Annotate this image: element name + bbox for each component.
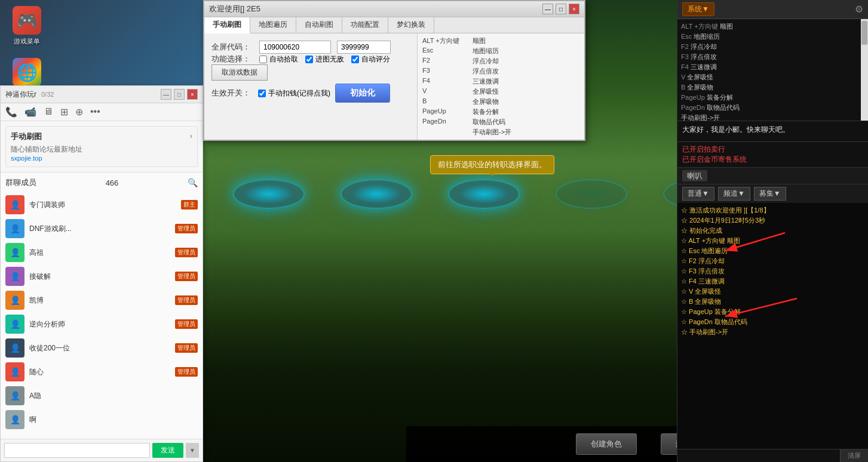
member-item-0[interactable]: 👤 专门调装师 群主	[5, 193, 198, 217]
tab-map-traverse[interactable]: 地图遍历	[250, 17, 296, 33]
video-icon[interactable]: 📹	[24, 106, 36, 118]
qq-title-left: 神逼你玩r 0/32	[5, 90, 54, 100]
sr7: B全屏吸物	[422, 97, 579, 107]
settings-icon[interactable]: ⚙	[855, 4, 863, 15]
checkbox-manual-hotkey[interactable]: 手动扣钱(记得点我)	[258, 88, 330, 98]
member-left-4: 👤 凯博	[5, 291, 44, 310]
qq-restore-btn[interactable]: □	[174, 89, 185, 100]
members-list: 👤 专门调装师 群主 👤 DNF游戏刷... 管理员 👤 高祖 管理员 👤 接破…	[5, 193, 198, 432]
log-line-12: ☆ 手动刷图->开	[680, 327, 866, 337]
icon-game[interactable]: 🎮 游戏菜单	[6, 6, 48, 46]
log-line-0: ☆ 激活成功欢迎使用 ][【1/8】	[680, 205, 866, 215]
system-btn[interactable]: 系统▼	[682, 2, 714, 16]
member-item-3[interactable]: 👤 接破解 管理员	[5, 264, 198, 288]
member-left-5: 👤 逆向分析师	[5, 315, 65, 334]
sc1: ALT +方向键 顺图	[680, 21, 866, 32]
whisper-label: 喇叭	[682, 170, 707, 181]
game-icon: 🎮	[13, 6, 41, 35]
tab-channel[interactable]: 频道▼	[718, 187, 750, 201]
tab-auto-farm[interactable]: 自动刷图	[296, 17, 342, 33]
member-avatar-4: 👤	[5, 291, 24, 310]
auto-pickup-checkbox[interactable]	[259, 56, 267, 63]
announce-link[interactable]: sxpojie.top	[11, 155, 192, 162]
member-item-1[interactable]: 👤 DNF游戏刷... 管理员	[5, 217, 198, 241]
member-role-7: 管理员	[175, 367, 198, 377]
init-btn[interactable]: 初始化	[335, 84, 390, 103]
member-left-8: 👤 A隐	[5, 386, 41, 405]
qq-send-arrow-btn[interactable]: ▼	[186, 443, 199, 458]
member-item-5[interactable]: 👤 逆向分析师 管理员	[5, 312, 198, 336]
checkbox-enter-map[interactable]: 进图无敌	[305, 54, 344, 64]
portal-3[interactable]	[448, 179, 520, 209]
sc6: V 全屏吸怪	[680, 72, 866, 82]
member-item-4[interactable]: 👤 凯博 管理员	[5, 288, 198, 312]
portal-2[interactable]	[341, 179, 412, 209]
checkbox-auto-pickup[interactable]: 自动拾取	[259, 54, 298, 64]
member-avatar-2: 👤	[5, 243, 24, 262]
shortcut-scrollbar[interactable]	[861, 19, 868, 121]
member-item-8[interactable]: 👤 A隐	[5, 384, 198, 408]
fetch-data-btn[interactable]: 取游戏数据	[211, 64, 268, 81]
screen-icon[interactable]: 🖥	[44, 106, 53, 118]
portal-1[interactable]	[233, 179, 305, 209]
member-name-1: DNF游戏刷...	[29, 224, 72, 234]
log-line-10: ☆ PageUp 装备分解	[680, 307, 866, 317]
qq-send-btn[interactable]: 发送	[152, 443, 183, 458]
member-item-7[interactable]: 👤 随心 管理员	[5, 360, 198, 384]
log-line-1: ☆ 2024年1月9日12时5分3秒	[680, 215, 866, 226]
member-name-0: 专门调装师	[29, 200, 65, 210]
checkbox-auto-score[interactable]: 自动评分	[351, 54, 390, 64]
qq-send-input[interactable]	[4, 443, 150, 458]
clear-btn[interactable]: 清屏	[840, 449, 868, 462]
members-count: 466	[106, 178, 119, 187]
sc4: F3 浮点倍攻	[680, 52, 866, 62]
member-name-6: 收徒200一位	[29, 343, 70, 353]
more-icon[interactable]: •••	[90, 106, 100, 118]
fullscreen-code-input1[interactable]	[259, 41, 331, 54]
tool-right-shortcut: ALT +方向键顺图 Esc地图缩历 F2浮点冷却 F3浮点倍攻 F4三速微调 …	[417, 33, 584, 140]
qq-username-text: 神逼你玩r	[5, 90, 36, 98]
fullscreen-code-input2[interactable]	[337, 41, 391, 54]
shortcut-list-top: ALT +方向键 顺图 Esc 地图缩历 F2 浮点冷却 F3 浮点倍攻 F4 …	[677, 19, 868, 121]
member-name-5: 逆向分析师	[29, 319, 65, 329]
enter-map-checkbox[interactable]	[305, 56, 313, 63]
qq-close-btn[interactable]: ×	[187, 89, 198, 100]
member-item-6[interactable]: 👤 收徒200一位 管理员	[5, 336, 198, 360]
member-left-6: 👤 收徒200一位	[5, 338, 70, 358]
right-panel: 系统▼ ⚙ ALT +方向键 顺图 Esc 地图缩历 F2 浮点冷却 F3 浮点…	[677, 0, 868, 462]
tab-dream-outfit[interactable]: 梦幻换装	[388, 17, 434, 33]
tab-normal[interactable]: 普通▼	[682, 187, 714, 201]
grid-icon[interactable]: ⊞	[60, 106, 68, 118]
qq-window: 神逼你玩r 0/32 — □ × 📞 📹 🖥 ⊞ ⊕ ••• 手动刷图 › 随心…	[0, 85, 203, 462]
manual-hotkey-checkbox[interactable]	[258, 90, 266, 97]
tab-recruit[interactable]: 募集▼	[754, 187, 786, 201]
auto-score-checkbox[interactable]	[351, 56, 359, 63]
create-char-btn[interactable]: 创建角色	[576, 433, 637, 455]
search-icon[interactable]: 🔍	[188, 178, 198, 187]
member-left-9: 👤 啊	[5, 410, 36, 429]
manual-hotkey-label: 手动扣钱(记得点我)	[268, 88, 330, 98]
sr8: PageUp装备分解	[422, 107, 579, 117]
log-line-6: ☆ F3 浮点倍攻	[680, 266, 866, 276]
member-name-9: 啊	[29, 415, 36, 425]
member-item-2[interactable]: 👤 高祖 管理员	[5, 241, 198, 264]
member-avatar-7: 👤	[5, 362, 24, 381]
minimize-btn[interactable]: —	[542, 4, 553, 14]
qq-minimize-btn[interactable]: —	[161, 89, 171, 100]
member-item-9[interactable]: 👤 啊	[5, 408, 198, 432]
tool-left-panel: 全屏代码： 功能选择： 自动拾取 进图无敌	[204, 33, 417, 140]
sr6: V全屏吸怪	[422, 87, 579, 97]
add-icon[interactable]: ⊕	[75, 106, 83, 118]
portal-4[interactable]	[556, 179, 627, 209]
tab-manual[interactable]: 手动刷图	[204, 17, 250, 33]
log-line-9: ☆ B 全屏吸物	[680, 297, 866, 307]
tab-function-config[interactable]: 功能配置	[342, 17, 388, 33]
phone-icon[interactable]: 📞	[5, 106, 17, 118]
close-btn[interactable]: ×	[569, 4, 579, 14]
fullscreen-code-label: 全屏代码：	[211, 42, 253, 53]
member-left-7: 👤 随心	[5, 362, 44, 381]
log-line-4: ☆ Esc 地图遍历	[680, 246, 866, 256]
clear-area: 清屏	[677, 449, 868, 462]
restore-btn[interactable]: □	[556, 4, 566, 14]
qq-titlebar: 神逼你玩r 0/32 — □ ×	[1, 86, 203, 103]
